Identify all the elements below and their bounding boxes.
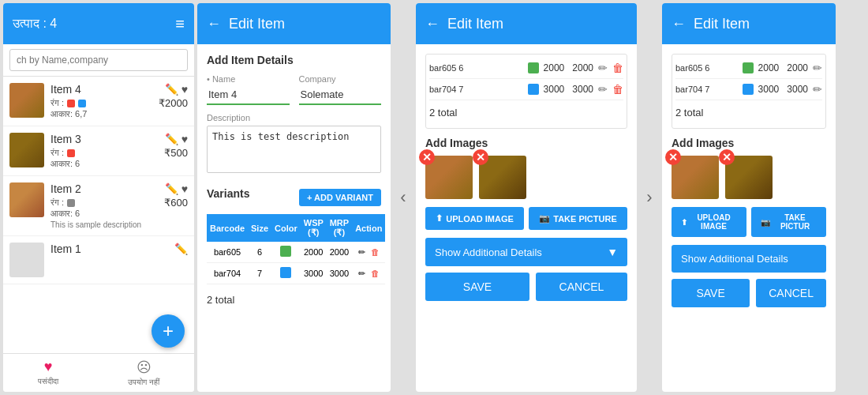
item-action-icons[interactable]: ✏️ ♥ [165, 133, 188, 145]
delete-icon[interactable]: 🗑 [371, 269, 380, 278]
company-input[interactable] [299, 85, 382, 105]
edit-icon[interactable]: ✏ [358, 247, 365, 257]
mrp-value: 3000 [787, 84, 808, 95]
mrp-cell: 2000 [327, 242, 352, 263]
upload-icon: ⬆ [436, 213, 443, 224]
edit-img-title2: Edit Item [694, 16, 750, 32]
remove-image-1-button[interactable]: ✕ [665, 149, 681, 165]
search-input[interactable] [9, 49, 188, 71]
edit-icon[interactable]: ✏ [598, 83, 608, 96]
mrp-value: 3000 [572, 84, 593, 95]
wsp-value: 3000 [758, 84, 780, 95]
camera-icon: 📷 [761, 218, 770, 227]
add-variant-button[interactable]: + ADD VARIANT [299, 189, 381, 206]
item-action-icons[interactable]: ✏️ ♥ [165, 182, 188, 195]
remove-image-2-button[interactable]: ✕ [473, 149, 488, 165]
save-button[interactable]: SAVE [425, 273, 529, 301]
delete-icon[interactable]: 🗑 [612, 62, 623, 74]
chevron-down-icon: ▼ [607, 246, 618, 258]
barcode-text: bar605 6 [675, 63, 738, 73]
edit-icon[interactable]: ✏ [813, 83, 822, 96]
cancel-button[interactable]: CANCEL [536, 273, 627, 301]
item-action-icons[interactable]: ✏️ [174, 243, 188, 255]
image-wrapper-2: ✕ [725, 156, 773, 199]
back-arrow-icon[interactable]: ← [425, 16, 440, 32]
color-swatch [67, 199, 75, 207]
item-size: आकार: 6 [51, 209, 188, 219]
edit-item-images-panel1: ← Edit Item bar605 6 2000 2000 ✏ 🗑 bar70… [416, 3, 637, 392]
col-mrp: MRP (₹) [327, 214, 352, 242]
color-cell [271, 242, 301, 263]
image-buttons: ⬆ UPLOAD IMAGE 📷 TAKE PICTUR [672, 207, 826, 237]
nav-right-arrow[interactable]: › [640, 3, 659, 392]
item-price: ₹2000 [159, 97, 188, 109]
remove-image-2-button[interactable]: ✕ [719, 149, 735, 165]
edit-content: Add Item Details • Name Company Descript… [197, 44, 391, 392]
item-thumbnail [9, 133, 44, 167]
list-item[interactable]: Item 2 ✏️ ♥ रंग : ₹600 आकार: 6 This is s… [3, 176, 194, 236]
color-cell [271, 263, 301, 284]
description-input[interactable]: This is test description [207, 126, 381, 173]
item-name: Item 1 [51, 243, 81, 255]
company-label: Company [299, 74, 382, 84]
color-label: रंग : [51, 198, 64, 208]
add-item-fab[interactable]: + [152, 314, 185, 348]
back-arrow-icon[interactable]: ← [672, 16, 686, 32]
menu-icon[interactable]: ≡ [175, 15, 185, 33]
edit-img-title1: Edit Item [447, 16, 503, 32]
save-button[interactable]: SAVE [672, 279, 750, 307]
nav-left-arrow[interactable]: ‹ [394, 3, 413, 392]
take-picture-button[interactable]: 📷 TAKE PICTUR [751, 207, 826, 237]
image-wrapper-2: ✕ [479, 156, 526, 199]
show-additional-details-button[interactable]: Show Additional Details [672, 245, 826, 273]
wsp-value: 2000 [758, 62, 780, 73]
table-header-row: Barcode Size Color WSP (₹) MRP (₹) Actio… [207, 214, 385, 242]
edit-item-images-panel2: ← Edit Item bar605 6 2000 2000 ✏ bar704 … [662, 3, 836, 392]
description-area: Description This is test description [207, 113, 381, 176]
delete-icon[interactable]: 🗑 [612, 83, 623, 96]
add-details-title: Add Item Details [207, 54, 381, 66]
col-wsp: WSP (₹) [301, 214, 327, 242]
color-label: रंग : [51, 98, 64, 108]
edit-icon[interactable]: ✏ [358, 269, 365, 278]
back-arrow-icon[interactable]: ← [207, 16, 221, 32]
cancel-button[interactable]: CANCEL [756, 279, 826, 307]
remove-image-1-button[interactable]: ✕ [419, 149, 435, 165]
variants-header: Variants + ADD VARIANT [207, 187, 381, 208]
edit-icon[interactable]: ✏ [598, 62, 608, 74]
list-title: उत्पाद : 4 [13, 17, 57, 31]
favorites-tab[interactable]: ♥ पसंदीदा [38, 359, 58, 387]
take-picture-button[interactable]: 📷 TAKE PICTURE [529, 207, 627, 230]
mrp-value: 2000 [572, 62, 593, 73]
list-item[interactable]: Item 1 ✏️ [3, 236, 194, 284]
dislike-tab[interactable]: ☹ उपयोग नहीं [128, 359, 159, 387]
edit-icon[interactable]: ✏ [813, 62, 822, 74]
delete-icon[interactable]: 🗑 [371, 247, 380, 257]
dislike-label: उपयोग नहीं [128, 378, 159, 387]
wsp-value: 3000 [544, 84, 565, 95]
mrp-cell: 3000 [327, 263, 352, 284]
upload-image-button[interactable]: ⬆ UPLOAD IMAGE [672, 207, 746, 237]
list-item[interactable]: Item 4 ✏️ ♥ रंग : ₹2000 आकार: 6,7 [3, 77, 194, 126]
edit-img-content2: bar605 6 2000 2000 ✏ bar704 7 3000 3000 [662, 44, 836, 392]
add-images-title: Add Images [425, 137, 627, 149]
save-cancel-row: SAVE CANCEL [672, 279, 826, 307]
action-cell: ✏ 🗑 [352, 263, 385, 284]
save-cancel-row: SAVE CANCEL [425, 273, 627, 301]
upload-image-button[interactable]: ⬆ UPLOAD IMAGE [425, 207, 524, 230]
item-action-icons[interactable]: ✏️ ♥ [165, 83, 188, 96]
barcode-text: bar605 6 [429, 63, 523, 73]
description-label: Description [207, 113, 381, 122]
item-description: This is sample description [51, 220, 188, 229]
item-name: Item 3 [51, 133, 81, 145]
color-label: रंग : [51, 148, 64, 158]
show-additional-details-button[interactable]: Show Additional Details ▼ [425, 238, 627, 266]
col-barcode: Barcode [207, 214, 248, 242]
list-item[interactable]: Item 3 ✏️ ♥ रंग : ₹500 आकार: 6 [3, 126, 194, 176]
variants-table: Barcode Size Color WSP (₹) MRP (₹) Actio… [207, 214, 385, 284]
mrp-value: 2000 [787, 62, 808, 73]
images-row: ✕ ✕ [672, 156, 826, 199]
name-input[interactable] [207, 85, 290, 105]
barcode-cell: bar704 [207, 263, 248, 284]
barcode-cell: bar605 [207, 242, 248, 263]
